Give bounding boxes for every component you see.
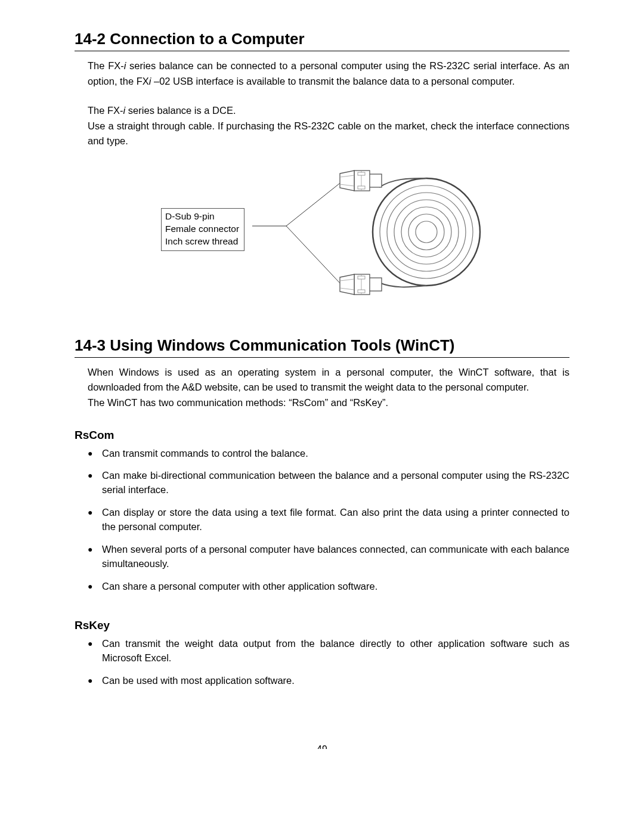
cable-diagram: D-Sub 9-pin Female connector Inch screw … xyxy=(113,163,531,318)
connector-label: D-Sub 9-pin Female connector Inch screw … xyxy=(161,208,244,251)
section-14-2-body: The FX-i series balance can be connected… xyxy=(88,58,569,149)
svg-rect-15 xyxy=(358,172,365,175)
heading-14-3: 14-3 Using Windows Communication Tools (… xyxy=(75,336,569,358)
list-item: Can make bi-directional communication be… xyxy=(88,469,569,497)
paragraph: The FX-i series balance can be connected… xyxy=(88,58,569,89)
rscom-bullet-list: Can transmit commands to control the bal… xyxy=(88,447,569,594)
paragraph: Use a straight through cable. If purchas… xyxy=(88,119,569,149)
svg-point-3 xyxy=(373,178,480,286)
heading-rscom: RsCom xyxy=(75,429,569,442)
page-number: 49 xyxy=(75,742,569,749)
dsub-connector-top xyxy=(340,171,382,191)
list-item: Can transmit commands to control the bal… xyxy=(88,447,569,461)
heading-rskey: RsKey xyxy=(75,619,569,632)
paragraph: The FX-i series balance is a DCE. xyxy=(88,103,569,119)
heading-14-2: 14-2 Connection to a Computer xyxy=(75,30,569,51)
svg-point-8 xyxy=(408,214,444,250)
list-item: Can transmit the weight data output from… xyxy=(88,637,569,665)
svg-point-5 xyxy=(387,193,466,271)
text: series balance is a DCE. xyxy=(125,105,236,116)
text: The FX- xyxy=(88,60,124,71)
svg-rect-17 xyxy=(369,278,382,291)
svg-rect-23 xyxy=(358,290,365,293)
section-14-3-body: When Windows is used as an operating sys… xyxy=(88,365,569,411)
paragraph: The WinCT has two communication methods:… xyxy=(88,395,569,411)
label-line-1: D-Sub 9-pin xyxy=(165,211,215,221)
list-item: Can be used with most application softwa… xyxy=(88,674,569,688)
list-item: Can share a personal computer with other… xyxy=(88,580,569,594)
label-line-3: Inch screw thread xyxy=(165,236,238,246)
label-line-2: Female connector xyxy=(165,224,239,234)
svg-point-6 xyxy=(394,200,459,264)
list-item: Can display or store the data using a te… xyxy=(88,506,569,534)
text: The FX- xyxy=(88,105,123,116)
svg-line-2 xyxy=(286,226,342,286)
svg-rect-10 xyxy=(369,174,382,187)
paragraph: When Windows is used as an operating sys… xyxy=(88,365,569,395)
svg-point-9 xyxy=(416,221,437,243)
list-item: When several ports of a personal compute… xyxy=(88,543,569,571)
text: –02 USB interface is available to transm… xyxy=(151,76,515,86)
dsub-connector-bottom xyxy=(340,274,382,295)
svg-rect-22 xyxy=(358,276,365,279)
svg-line-1 xyxy=(286,181,342,226)
rskey-bullet-list: Can transmit the weight data output from… xyxy=(88,637,569,688)
svg-rect-16 xyxy=(358,186,365,189)
